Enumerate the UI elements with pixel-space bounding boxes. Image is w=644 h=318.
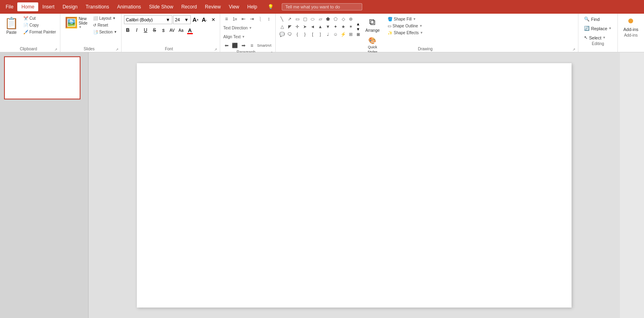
menu-help[interactable]: Help: [243, 2, 261, 11]
shape-block-arrow-up[interactable]: ▲: [316, 23, 324, 30]
shape-brace-close[interactable]: }: [301, 31, 309, 38]
shape-star4[interactable]: ✦: [332, 23, 340, 30]
shape-block-arrow-left[interactable]: ◄: [309, 23, 317, 30]
align-right-button[interactable]: ➡: [239, 42, 248, 49]
shape-oval[interactable]: ⬭: [309, 15, 317, 23]
slide-thumbnail-1[interactable]: [4, 56, 80, 99]
shape-rounded-rect[interactable]: ▢: [301, 15, 309, 23]
layout-button[interactable]: ⬜Layout▼: [91, 15, 118, 21]
bold-button[interactable]: B: [124, 26, 132, 34]
font-name-dropdown[interactable]: Calibri (Body) ▼: [124, 15, 172, 24]
decrease-font-button[interactable]: A-: [200, 16, 208, 24]
shape-parallelogram[interactable]: ▱: [316, 15, 324, 23]
select-button[interactable]: ↖ Select ▼: [582, 34, 614, 41]
shape-outline-button[interactable]: ▭ Shape Outline ▼: [385, 23, 425, 29]
shape-music[interactable]: ♩: [324, 31, 332, 38]
shape-block-arrow-down[interactable]: ▼: [324, 23, 332, 30]
arrange-button[interactable]: ⧉ Arrange: [362, 15, 383, 34]
format-painter-button[interactable]: 🖌️Format Painter: [22, 29, 58, 35]
shape-smiley[interactable]: ☺: [332, 31, 340, 38]
bullets-button[interactable]: ≡: [223, 15, 231, 23]
align-center-button[interactable]: ⬛: [231, 42, 239, 49]
cut-button[interactable]: ✂️Cut: [22, 15, 58, 21]
shape-star6[interactable]: ✶: [347, 23, 355, 30]
shape-rect[interactable]: ▭: [293, 15, 301, 23]
increase-indent-button[interactable]: ⇥: [248, 15, 256, 23]
paste-button[interactable]: 📋 Paste: [2, 15, 21, 36]
shadow-button[interactable]: s: [159, 26, 167, 34]
shape-star5[interactable]: ★: [339, 23, 347, 30]
shape-palette-scroll[interactable]: ▲ ▼ ⊞: [356, 15, 361, 43]
menu-insert[interactable]: Insert: [38, 2, 58, 11]
right-panel: [620, 52, 644, 318]
copy-button[interactable]: 📄Copy: [22, 22, 58, 28]
change-case-button[interactable]: Aa: [177, 26, 185, 34]
lightbulb-icon: 💡: [268, 4, 274, 10]
shape-diamond[interactable]: ◇: [339, 15, 347, 23]
replace-icon: 🔄: [584, 26, 590, 31]
shape-arrow[interactable]: ↗: [286, 15, 294, 23]
shape-pentagon[interactable]: ⬠: [332, 15, 340, 23]
addins-button[interactable]: Add-ins: [621, 26, 641, 33]
new-slide-button[interactable]: 🖼️ New Slide ▼: [63, 15, 89, 30]
shape-callout2[interactable]: 🗨: [286, 31, 294, 38]
shape-block-arrow-right[interactable]: ➤: [301, 23, 309, 30]
shape-expand[interactable]: ⊞: [347, 31, 355, 38]
shape-triangle[interactable]: △: [278, 23, 286, 30]
shape-effects-button[interactable]: ✨ Shape Effects ▼: [385, 30, 425, 36]
menu-review[interactable]: Review: [201, 2, 225, 11]
slide-canvas[interactable]: [137, 63, 572, 308]
reset-button[interactable]: ↺Reset: [91, 22, 118, 28]
decrease-indent-button[interactable]: ⇤: [239, 15, 248, 23]
menu-slideshow[interactable]: Slide Show: [145, 2, 177, 11]
find-button[interactable]: 🔍 Find: [582, 15, 614, 23]
shape-scroll-up[interactable]: ▲: [356, 22, 361, 26]
search-bar[interactable]: [282, 3, 362, 10]
shape-bracket-close[interactable]: ]: [316, 31, 324, 38]
menu-transitions[interactable]: Transitions: [82, 2, 113, 11]
menu-design[interactable]: Design: [58, 2, 81, 11]
menu-bar: File Home Insert Design Transitions Anim…: [0, 0, 644, 14]
search-input[interactable]: [285, 4, 350, 9]
slides-expand-icon[interactable]: ↗: [116, 47, 119, 52]
align-left-button[interactable]: ⬅: [223, 42, 231, 49]
shape-callout1[interactable]: 💬: [278, 31, 286, 38]
strikethrough-button[interactable]: S: [151, 26, 159, 34]
font-size-dropdown[interactable]: 24 ▼: [173, 15, 191, 24]
replace-button[interactable]: 🔄 Replace ▼: [582, 25, 614, 32]
shape-scroll-expand[interactable]: ⊞: [356, 32, 361, 37]
shape-cylinder[interactable]: ⊚: [347, 15, 355, 23]
shape-rtriangle[interactable]: ◤: [286, 23, 294, 30]
menu-animations[interactable]: Animations: [113, 2, 145, 11]
line-spacing-button[interactable]: ↕: [265, 15, 273, 23]
numbering-button[interactable]: 1≡: [231, 15, 239, 23]
paste-icon: 📋: [4, 17, 19, 30]
underline-button[interactable]: U: [142, 26, 150, 34]
increase-font-button[interactable]: A+: [192, 16, 200, 24]
columns-button[interactable]: ⎱: [256, 15, 264, 23]
smartart-button[interactable]: SmartArt: [256, 42, 272, 49]
align-text-button[interactable]: Align Text: [223, 33, 242, 40]
justify-button[interactable]: ≡: [248, 42, 256, 49]
menu-home[interactable]: Home: [17, 2, 38, 11]
menu-view[interactable]: View: [225, 2, 243, 11]
drawing-expand-icon[interactable]: ↗: [572, 47, 576, 52]
font-expand-icon[interactable]: ↗: [214, 47, 217, 52]
shape-bracket-open[interactable]: [: [309, 31, 317, 38]
shape-line[interactable]: ╲: [278, 15, 286, 23]
shape-fill-button[interactable]: 🪣 Shape Fill ▼: [385, 16, 425, 22]
char-spacing-button[interactable]: AV: [168, 26, 176, 34]
shape-brace-open[interactable]: {: [293, 31, 301, 38]
shape-lightning[interactable]: ⚡: [339, 31, 347, 38]
shape-trapezoid[interactable]: ⬟: [324, 15, 332, 23]
italic-button[interactable]: I: [133, 26, 141, 34]
section-button[interactable]: 📑Section▼: [91, 29, 118, 35]
font-color-button[interactable]: A: [186, 26, 194, 34]
clear-format-button[interactable]: ✕: [209, 16, 217, 24]
clipboard-expand-icon[interactable]: ↗: [54, 47, 58, 52]
text-direction-button[interactable]: Text Direction: [223, 24, 249, 31]
menu-file[interactable]: File: [2, 2, 17, 11]
menu-record[interactable]: Record: [177, 2, 201, 11]
shape-cross[interactable]: ✛: [293, 23, 301, 30]
shape-scroll-down[interactable]: ▼: [356, 27, 361, 31]
